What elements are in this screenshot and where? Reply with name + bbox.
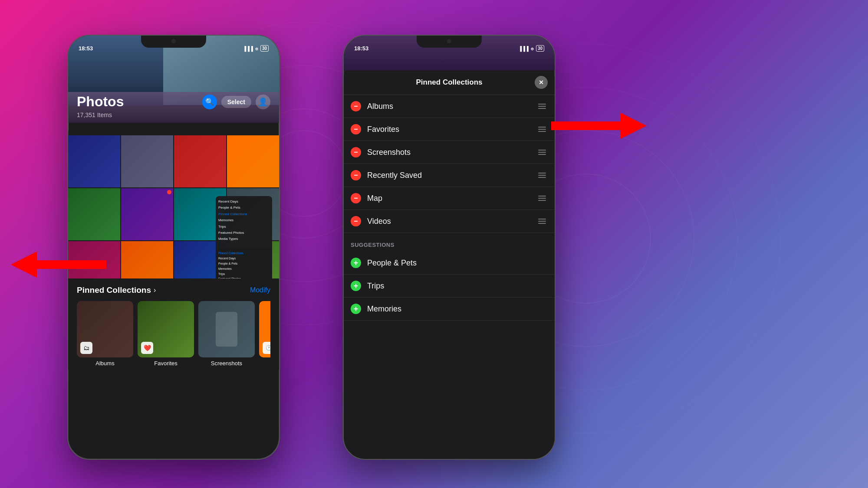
status-icons-left: ▐▐▐ ⌾ 30 [243,45,269,52]
collection-thumb-favorites: ❤️ [138,301,194,357]
remove-map-btn[interactable]: − [351,193,361,203]
remove-albums-btn[interactable]: − [351,101,361,111]
drag-handle-screenshots[interactable] [536,148,548,157]
drag-handle-recently-saved[interactable] [536,171,548,180]
collection-thumb-albums: 🗂 [77,301,133,357]
photo-cell-1 [68,135,120,187]
pinned-item-favorites[interactable]: − Favorites [344,118,555,141]
collection-scroll: 🗂 Albums ❤️ Favorites Screenshots [77,301,270,367]
photos-title: Photos [77,94,124,110]
close-button[interactable]: ✕ [535,76,548,89]
remove-videos-btn[interactable]: − [351,216,361,226]
suggestions-list: + People & Pets + Trips + Memories [344,252,555,321]
suggestion-trips[interactable]: + Trips [344,275,555,298]
suggestion-label-trips: Trips [367,282,548,291]
collection-albums[interactable]: 🗂 Albums [77,301,133,367]
remove-screenshots-btn[interactable]: − [351,147,361,157]
suggestions-section-header: SUGGESTIONS [344,233,555,252]
collection-thumb-screenshots [198,301,255,357]
phone-notch-left [141,36,206,48]
sheet-title: Pinned Collections [416,78,482,87]
screenshots-preview [216,312,237,347]
pinned-items-list: − Albums − Favorites − Screenshots [344,95,555,233]
collection-label-screenshots: Screenshots [198,360,255,367]
profile-button[interactable]: 👤 [256,95,270,109]
photos-item-count: 17,351 Items [77,111,270,118]
drag-handle-favorites[interactable] [536,125,548,134]
left-arrow-shape [11,252,106,278]
collection-label-recent: R… [259,360,270,367]
recent-icon: 🕐 [263,342,270,354]
item-label-screenshots: Screenshots [367,148,536,157]
pinned-item-videos[interactable]: − Videos [344,210,555,233]
suggestion-memories[interactable]: + Memories [344,298,555,321]
modify-button[interactable]: Modify [250,286,270,294]
pinned-collections-title: Pinned Collections [77,285,151,295]
search-button[interactable]: 🔍 [202,95,217,109]
wifi-icon: ⌾ [255,46,258,51]
status-time-left: 18:53 [79,45,93,52]
favorites-icon: ❤️ [141,342,153,354]
add-trips-btn[interactable]: + [351,281,361,291]
remove-recently-saved-btn[interactable]: − [351,170,361,180]
pinned-item-screenshots[interactable]: − Screenshots [344,141,555,164]
collection-label-favorites: Favorites [138,360,194,367]
status-icons-right: ▐▐▐ ⌾ 30 [518,45,544,52]
battery-icon: 30 [260,45,269,52]
pinned-title-row: Pinned Collections › [77,285,156,295]
remove-favorites-btn[interactable]: − [351,124,361,134]
item-label-recently-saved: Recently Saved [367,171,536,180]
battery-icon-right: 30 [536,45,544,52]
right-phone: 18:53 ▐▐▐ ⌾ 30 Pinned Collections ✕ − Al… [343,35,556,460]
photo-cell-3 [174,135,226,187]
photo-cell-4 [227,135,279,187]
pinned-chevron-icon: › [154,286,156,294]
right-arrow-shape [551,113,647,139]
sheet-header: Pinned Collections ✕ [344,70,555,95]
albums-icon: 🗂 [80,342,92,354]
pinned-collections-section: Pinned Collections › Modify 🗂 Albums ❤️ … [68,278,279,370]
phone-notch-right [417,36,482,48]
collection-label-albums: Albums [77,360,133,367]
right-arrow-container [551,113,647,139]
item-label-map: Map [367,194,536,203]
collection-thumb-recent: 🕐 [259,301,270,357]
left-phone: 18:53 ▐▐▐ ⌾ 30 Photos 🔍 Select 👤 17,351 … [67,35,280,460]
item-label-favorites: Favorites [367,125,536,134]
photos-header: Photos 🔍 Select 👤 17,351 Items [68,92,279,123]
left-arrow-svg [11,252,106,278]
collection-screenshots[interactable]: Screenshots [198,301,255,367]
left-arrow-container [11,252,106,278]
signal-icon: ▐▐▐ [243,46,253,51]
item-label-videos: Videos [367,217,536,226]
photos-title-row: Photos 🔍 Select 👤 [77,94,270,110]
signal-icon-right: ▐▐▐ [518,46,528,51]
close-icon: ✕ [539,79,544,86]
drag-handle-videos[interactable] [536,217,548,226]
pinned-item-recently-saved[interactable]: − Recently Saved [344,164,555,187]
drag-handle-albums[interactable] [536,102,548,111]
drag-handle-map[interactable] [536,194,548,203]
right-arrow-svg [551,113,647,139]
add-people-pets-btn[interactable]: + [351,258,361,268]
item-label-albums: Albums [367,102,536,111]
collections-sheet: Pinned Collections ✕ − Albums − Favorite… [344,70,555,459]
collection-favorites[interactable]: ❤️ Favorites [138,301,194,367]
add-memories-btn[interactable]: + [351,304,361,314]
photos-actions: 🔍 Select 👤 [202,95,270,109]
pinned-item-map[interactable]: − Map [344,187,555,210]
wifi-icon-right: ⌾ [531,46,534,51]
collection-recent[interactable]: 🕐 R… [259,301,270,367]
pinned-item-albums[interactable]: − Albums [344,95,555,118]
status-time-right: 18:53 [354,45,368,52]
photo-cell-5 [68,188,120,240]
photo-cell-6 [121,188,173,240]
photo-cell-2 [121,135,173,187]
suggestion-people-pets[interactable]: + People & Pets [344,252,555,275]
suggestion-label-people-pets: People & Pets [367,259,548,268]
select-button[interactable]: Select [221,96,251,108]
suggestion-label-memories: Memories [367,305,548,314]
pinned-collections-header: Pinned Collections › Modify [77,285,270,295]
